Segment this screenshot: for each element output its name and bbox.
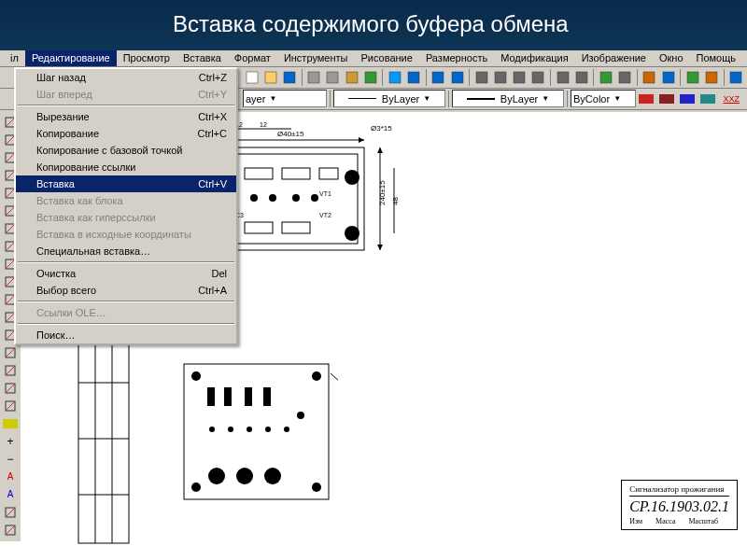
lineweight-label: ByLayer — [500, 93, 538, 105]
chevron-down-icon: ▼ — [542, 94, 549, 103]
title-block-desc: Сигнализатор прожигания — [629, 484, 729, 497]
menu-модификация[interactable]: Модификация — [494, 50, 575, 66]
divide-tool[interactable] — [2, 380, 19, 397]
open-button[interactable] — [261, 68, 279, 87]
attr-b-tool[interactable]: A — [2, 486, 19, 503]
svg-text:Ø3*15: Ø3*15 — [371, 124, 392, 133]
new-button[interactable] — [243, 68, 261, 87]
swatch-teal-button[interactable] — [698, 90, 717, 108]
props-button[interactable] — [616, 68, 634, 87]
menu-редактирование[interactable]: Редактирование — [25, 50, 117, 66]
ucs-button[interactable] — [659, 68, 677, 87]
menu-item--[interactable]: ВставкаCtrl+V — [16, 175, 236, 192]
menu-item-label: Копирование — [36, 128, 99, 139]
cad-application-window: iлРедактированиеПросмотрВставкаФорматИнс… — [0, 50, 747, 539]
preview-button[interactable] — [572, 68, 590, 87]
menu-item--[interactable]: Поиск… — [16, 327, 236, 343]
menu-окно[interactable]: Окно — [653, 50, 690, 66]
draworder-button[interactable] — [641, 68, 658, 87]
block-tool[interactable] — [2, 362, 19, 379]
linetype-dropdown[interactable]: ByLayer ▼ — [333, 90, 445, 107]
menu-рисование[interactable]: Рисование — [354, 50, 418, 66]
menu-размерность[interactable]: Размерность — [419, 50, 494, 66]
svg-point-76 — [311, 194, 318, 202]
tool-c-tool[interactable] — [2, 504, 19, 521]
xxz-button[interactable]: XXZ — [719, 90, 743, 108]
svg-rect-9 — [432, 72, 444, 83]
svg-rect-5 — [346, 72, 358, 83]
swatch-red-button[interactable] — [637, 90, 655, 108]
menu-item--[interactable]: Копирование с базовой точкой — [16, 142, 236, 159]
menu-item--: Шаг впередCtrl+Y — [16, 86, 236, 103]
layer-dropdown[interactable]: ayer ▼ — [243, 90, 327, 107]
menu-item-label: Шаг вперед — [36, 89, 92, 100]
copy-button[interactable] — [324, 68, 342, 87]
swatch-blue-button[interactable] — [678, 90, 697, 108]
separator — [724, 69, 725, 86]
menu-item--[interactable]: Специальная вставка… — [16, 243, 236, 259]
svg-point-98 — [208, 468, 225, 484]
svg-rect-13 — [514, 72, 525, 83]
menu-просмотр[interactable]: Просмотр — [117, 50, 176, 66]
svg-rect-14 — [532, 72, 543, 83]
app-blue-button[interactable] — [386, 68, 403, 87]
zoom-button[interactable] — [491, 68, 509, 87]
tool-d-tool[interactable] — [2, 522, 19, 539]
zoom-ext-button[interactable] — [511, 68, 529, 87]
menu-вставка[interactable]: Вставка — [176, 50, 228, 66]
menu-item-label: Вырезание — [36, 111, 90, 122]
match-button[interactable] — [361, 68, 379, 87]
color-dropdown[interactable]: ByColor ▼ — [571, 90, 636, 107]
svg-rect-6 — [365, 72, 376, 83]
help-button[interactable] — [727, 68, 745, 87]
separator — [593, 69, 594, 86]
menu-item--[interactable]: ВырезаниеCtrl+X — [16, 108, 236, 125]
slide-title: Вставка содержимого буфера обмена — [0, 0, 747, 50]
color-y-tool[interactable] — [2, 415, 19, 432]
attr-a-tool[interactable]: A — [2, 469, 19, 485]
plot-button[interactable] — [554, 68, 571, 87]
menu-iл[interactable]: iл — [4, 50, 25, 66]
label-izm: Изм — [629, 517, 642, 525]
svg-rect-22 — [706, 72, 717, 83]
lineweight-dropdown[interactable]: ByLayer ▼ — [452, 90, 564, 107]
separator — [330, 91, 331, 107]
menu-item-shortcut: Ctrl+X — [198, 111, 227, 122]
menu-item--[interactable]: Копирование ссылки — [16, 159, 236, 175]
plus-tool[interactable]: + — [2, 433, 19, 450]
separator — [637, 69, 638, 86]
svg-rect-17 — [600, 72, 612, 83]
pan-button[interactable] — [472, 68, 490, 87]
minus-tool[interactable]: − — [2, 451, 19, 468]
menu-помощь[interactable]: Помощь — [690, 50, 743, 66]
block-button[interactable] — [702, 68, 720, 87]
pcb-bottom-drawing — [179, 359, 338, 509]
separator — [680, 69, 681, 86]
menu-изображение[interactable]: Изображение — [575, 50, 653, 66]
svg-point-106 — [228, 427, 233, 432]
menu-item--[interactable]: Выбор всегоCtrl+A — [16, 282, 236, 299]
cut-button[interactable] — [305, 68, 323, 87]
menu-item--[interactable]: КопированиеCtrl+C — [16, 125, 236, 142]
svg-rect-20 — [663, 72, 674, 83]
xref-button[interactable] — [684, 68, 701, 87]
paste-button[interactable] — [343, 68, 360, 87]
menu-item-label: Вставка в исходные координаты — [36, 229, 191, 240]
svg-rect-18 — [619, 72, 630, 83]
measure-tool[interactable] — [2, 398, 19, 414]
menu-формат[interactable]: Формат — [228, 50, 277, 66]
zoom-win-button[interactable] — [529, 68, 547, 87]
menu-item--[interactable]: ОчисткаDel — [16, 265, 236, 282]
menu-item--[interactable]: Шаг назадCtrl+Z — [16, 69, 236, 86]
menu-item-label: Очистка — [36, 268, 76, 279]
save-button[interactable] — [280, 68, 298, 87]
menubar: iлРедактированиеПросмотрВставкаФорматИнс… — [0, 50, 747, 67]
mtext-tool[interactable] — [2, 344, 19, 361]
menu-инструменты[interactable]: Инструменты — [277, 50, 355, 66]
swatch-maroon-button[interactable] — [657, 90, 676, 108]
dim-button[interactable] — [597, 68, 614, 87]
undo-button[interactable] — [430, 68, 447, 87]
app-blue2-button[interactable] — [405, 68, 423, 87]
redo-button[interactable] — [448, 68, 466, 87]
svg-text:48: 48 — [391, 196, 400, 204]
